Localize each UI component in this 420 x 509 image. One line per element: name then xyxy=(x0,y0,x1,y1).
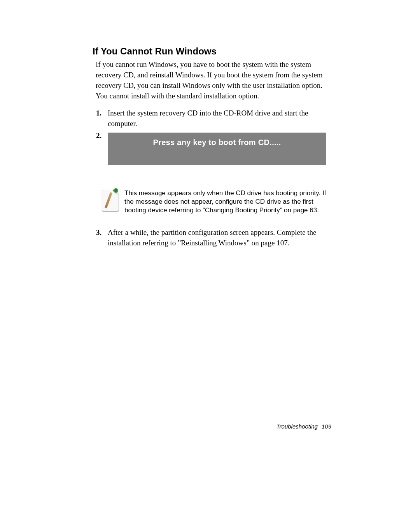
boot-prompt-text: Press any key to boot from CD..... xyxy=(153,138,281,147)
boot-prompt-screenshot: Press any key to boot from CD..... xyxy=(108,133,326,165)
footer-page-number: 109 xyxy=(322,423,331,430)
list-text: After a while, the partition configurati… xyxy=(108,227,330,248)
section-heading: If You Cannot Run Windows xyxy=(93,46,217,57)
note-callout: This message appears only when the CD dr… xyxy=(101,189,331,215)
page-footer: Troubleshooting109 xyxy=(276,423,332,430)
list-item: 1. Insert the system recovery CD into th… xyxy=(96,108,330,129)
list-number: 2. xyxy=(96,130,108,151)
list-number: 1. xyxy=(96,108,108,129)
list-text: Insert the system recovery CD into the C… xyxy=(108,108,330,129)
ordered-list-b: 3. After a while, the partition configur… xyxy=(96,227,330,250)
list-item: 3. After a while, the partition configur… xyxy=(96,227,330,248)
note-icon xyxy=(101,189,121,213)
document-page: If You Cannot Run Windows If you cannot … xyxy=(0,0,420,509)
footer-section: Troubleshooting xyxy=(276,423,318,430)
intro-paragraph: If you cannot run Windows, you have to b… xyxy=(96,59,328,101)
note-text: This message appears only when the CD dr… xyxy=(124,189,331,215)
list-number: 3. xyxy=(96,227,108,248)
